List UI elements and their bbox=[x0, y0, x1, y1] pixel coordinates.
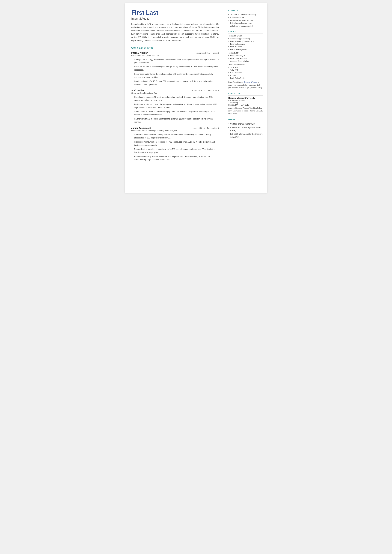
job-company-3: Resume Worded's Exciting Company, New Yo… bbox=[131, 130, 219, 132]
bullet-2-1: Stimulated changes in 10 audit procedure… bbox=[131, 96, 219, 102]
bullet-3-1: Consulted and met with 5 managers from 9… bbox=[131, 133, 219, 139]
other-item-1: Certified Information Systems Auditor (C… bbox=[228, 126, 263, 132]
edu-degree: Bachelor of Science bbox=[228, 99, 263, 102]
skills-list-2: SOX 404 Tally ERP SAP Products COSO Intu… bbox=[228, 66, 263, 79]
skills-cat-label-2: Tools and Software: bbox=[228, 64, 263, 66]
job-company-1: Resume Worded, New York, NY bbox=[131, 55, 219, 57]
skills-cat-label-0: Technical Skills: bbox=[228, 35, 263, 37]
skill-2-3: COSO bbox=[228, 74, 263, 77]
edu-awards: Awards: Resume Worded Teaching Fellow (o… bbox=[228, 107, 263, 115]
job-title: Internal Auditor bbox=[131, 17, 219, 20]
skill-2-4: Intuit QuickBooks bbox=[228, 77, 263, 79]
edu-field: Accounting bbox=[228, 102, 263, 104]
skills-title: SKILLS bbox=[228, 31, 263, 34]
contact-section: CONTACT Trenton, NJ (Open to Remote) +1-… bbox=[228, 9, 263, 27]
bullet-2-4: Partnered with a 5-member audit team to … bbox=[131, 117, 219, 124]
work-experience-section: WORK EXPERIENCE Internal Auditor Novembe… bbox=[131, 47, 219, 161]
resume-page: First Last Internal Auditor Internal aud… bbox=[125, 3, 267, 193]
skill-0-4: Fraud Investigations bbox=[228, 48, 263, 50]
job-title-3: Junior Accountant bbox=[131, 127, 151, 129]
edu-school: Resume Worded University bbox=[228, 97, 263, 99]
job-block-2: Staff Auditor February 2013 – October 20… bbox=[131, 89, 219, 124]
contact-item-1: +1-234-456-789 bbox=[228, 16, 263, 19]
contact-list: Trenton, NJ (Open to Remote) +1-234-456-… bbox=[228, 14, 263, 27]
contact-item-2: email@resumeworded.com bbox=[228, 19, 263, 21]
job-block-3: Junior Accountant August 2010 – January … bbox=[131, 127, 219, 161]
summary-text: Internal auditor with 10 years of experi… bbox=[131, 22, 219, 42]
promo-link[interactable]: Resume Worded bbox=[244, 81, 257, 83]
job-title-1: Internal Auditor bbox=[131, 52, 148, 54]
left-column: First Last Internal Auditor Internal aud… bbox=[125, 3, 224, 193]
contact-title: CONTACT bbox=[228, 9, 263, 12]
job-bullets-1: Championed and aggressively led 29 succe… bbox=[131, 58, 219, 86]
skill-2-1: Tally ERP bbox=[228, 69, 263, 71]
job-title-2: Staff Auditor bbox=[131, 89, 145, 92]
other-item-2: ISO 9001 Internal Auditor Certification,… bbox=[228, 133, 263, 138]
job-header-3: Junior Accountant August 2010 – January … bbox=[131, 127, 219, 129]
skill-0-1: Internal Audit (Experienced) bbox=[228, 40, 263, 43]
bullet-1-1: Championed and aggressively led 29 succe… bbox=[131, 58, 219, 64]
other-item-0: Certified Internal Auditor (CIA). bbox=[228, 122, 263, 125]
edu-location-date: Boston, MA — July 2010 bbox=[228, 104, 263, 106]
skills-cat-label-1: Techniques: bbox=[228, 52, 263, 54]
job-bullets-2: Stimulated changes in 10 audit procedure… bbox=[131, 96, 219, 124]
promo-text-before: Don't forget to use bbox=[228, 81, 244, 83]
bullet-2-2: Performed audits on 22 manufacturing com… bbox=[131, 103, 219, 109]
skills-promo: Don't forget to use Resume Worded to sca… bbox=[228, 81, 263, 89]
bullet-2-3: Conducted a 10-week compliance engagemen… bbox=[131, 110, 219, 116]
skill-0-2: Financial Analysis bbox=[228, 43, 263, 45]
header-section: First Last Internal Auditor Internal aud… bbox=[131, 9, 219, 42]
skill-0-0: Accounting (Advanced) bbox=[228, 38, 263, 40]
bullet-3-3: Reconciled the month-end cash flow for 1… bbox=[131, 148, 219, 154]
skill-2-0: SOX 404 bbox=[228, 66, 263, 69]
skills-list-0: Accounting (Advanced) Internal Audit (Ex… bbox=[228, 38, 263, 50]
work-experience-title: WORK EXPERIENCE bbox=[131, 47, 219, 50]
contact-item-0: Trenton, NJ (Open to Remote) bbox=[228, 14, 263, 16]
job-dates-3: August 2010 – January 2013 bbox=[194, 127, 219, 129]
job-block-1: Internal Auditor November 2015 – Present… bbox=[131, 52, 219, 86]
job-dates-2: February 2013 – October 2015 bbox=[192, 90, 219, 92]
bullet-1-4: Conducted audits for 15 Fortune 500 manu… bbox=[131, 80, 219, 86]
contact-item-3: linkedin.com/in/username bbox=[228, 22, 263, 24]
job-company-2: Growthsi, San Francisco, CA bbox=[131, 92, 219, 94]
job-header-1: Internal Auditor November 2015 – Present bbox=[131, 52, 219, 54]
job-bullets-3: Consulted and met with 5 managers from 9… bbox=[131, 133, 219, 161]
bullet-3-2: Processed reimbursement requests for 700… bbox=[131, 140, 219, 147]
other-list: Certified Internal Auditor (CIA). Certif… bbox=[228, 122, 263, 138]
skill-1-0: Financial Analysis bbox=[228, 55, 263, 57]
skills-section: SKILLS Technical Skills: Accounting (Adv… bbox=[228, 31, 263, 89]
skill-1-2: Account Reconciliation bbox=[228, 60, 263, 62]
skill-2-2: SAP Products bbox=[228, 72, 263, 74]
skill-1-1: Financial Reporting bbox=[228, 57, 263, 59]
bullet-1-2: Achieved an annual cost savings of over … bbox=[131, 65, 219, 71]
right-column: CONTACT Trenton, NJ (Open to Remote) +1-… bbox=[224, 3, 267, 193]
education-section: EDUCATION Resume Worded University Bache… bbox=[228, 93, 263, 115]
education-title: EDUCATION bbox=[228, 93, 263, 96]
skill-0-3: Data Analysis bbox=[228, 46, 263, 48]
other-title: OTHER bbox=[228, 118, 263, 121]
skills-list-1: Financial Analysis Financial Reporting A… bbox=[228, 55, 263, 62]
bullet-3-4: Assisted to develop a financial budget t… bbox=[131, 155, 219, 161]
full-name: First Last bbox=[131, 9, 219, 16]
job-header-2: Staff Auditor February 2013 – October 20… bbox=[131, 89, 219, 92]
bullet-1-3: Supervised and initiated the implementat… bbox=[131, 72, 219, 79]
contact-item-4: github.com/resumeworded bbox=[228, 25, 263, 27]
job-dates-1: November 2015 – Present bbox=[196, 52, 219, 54]
other-section: OTHER Certified Internal Auditor (CIA). … bbox=[228, 118, 263, 138]
